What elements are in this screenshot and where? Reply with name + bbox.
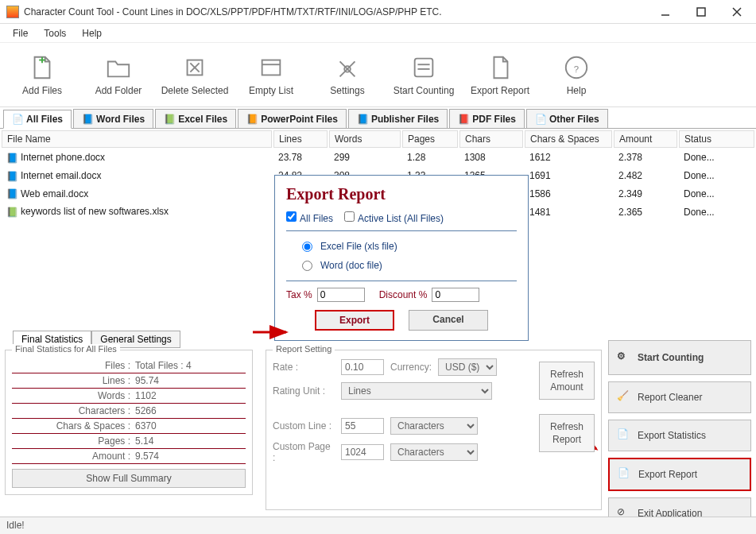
active-list-checkbox[interactable]: Active List (All Files): [344, 211, 444, 224]
svg-rect-1: [697, 8, 705, 16]
svg-rect-9: [262, 60, 281, 75]
add-folder-button[interactable]: Add Folder: [81, 46, 156, 103]
custom-line-unit-select[interactable]: Characters: [390, 417, 478, 435]
col-chars-spaces[interactable]: Chars & Spaces: [525, 130, 612, 148]
discount-input[interactable]: [432, 288, 479, 302]
file-icon: 📘: [6, 171, 17, 182]
document-icon: 📄: [617, 428, 631, 443]
maximize-button[interactable]: [683, 1, 719, 23]
help-button[interactable]: ?Help: [539, 46, 614, 103]
side-report-cleaner-button[interactable]: 🧹Report Cleaner: [608, 381, 751, 413]
side-start-counting-button[interactable]: ⚙Start Counting: [608, 340, 751, 375]
refresh-amount-button[interactable]: Refresh Amount: [539, 362, 595, 400]
currency-select[interactable]: USD ($): [438, 358, 497, 376]
final-statistics-panel: Final Statistics for All Files Files :To…: [5, 350, 253, 495]
add-files-button[interactable]: Add Files: [5, 46, 79, 103]
svg-rect-14: [415, 59, 433, 77]
publisher-icon: 📘: [357, 114, 368, 125]
tab-ppt-files[interactable]: 📙PowerPoint Files: [238, 109, 347, 128]
tab-word-files[interactable]: 📘Word Files: [73, 109, 153, 128]
excel-file-radio[interactable]: Excel File (xls file): [302, 241, 517, 252]
file-icon: 📗: [6, 207, 17, 218]
menu-file[interactable]: File: [6, 26, 34, 41]
stats-legend: Final Statistics for All Files: [12, 344, 120, 354]
menu-help[interactable]: Help: [76, 26, 108, 41]
export-report-dialog: Export Report All Files Active List (All…: [274, 175, 529, 341]
minimize-button[interactable]: [647, 1, 683, 23]
excel-icon: 📗: [164, 114, 175, 125]
custom-line-input[interactable]: [341, 418, 384, 434]
ppt-icon: 📙: [246, 114, 258, 125]
app-icon: [6, 6, 19, 18]
side-export-report-button[interactable]: 📄Export Report: [608, 458, 751, 491]
dialog-title: Export Report: [286, 185, 517, 203]
status-bar: Idle!: [0, 517, 756, 534]
add-file-icon: [28, 53, 56, 82]
svg-text:?: ?: [574, 64, 579, 74]
tab-pdf-files[interactable]: 📕PDF Files: [449, 109, 525, 128]
show-full-summary-button[interactable]: Show Full Summary: [12, 469, 246, 488]
tab-excel-files[interactable]: 📗Excel Files: [155, 109, 236, 128]
window-title: Character Count Tool - Count Lines in DO…: [24, 6, 647, 17]
file-icon: 📘: [6, 153, 17, 164]
menu-tools[interactable]: Tools: [37, 26, 72, 41]
report-legend: Report Setting: [273, 344, 335, 354]
export-button[interactable]: Export: [315, 310, 394, 331]
word-file-radio[interactable]: Word (doc file): [302, 260, 517, 271]
count-icon: [409, 53, 438, 82]
cancel-button[interactable]: Cancel: [409, 310, 488, 331]
col-pages[interactable]: Pages: [402, 130, 458, 148]
tab-publisher-files[interactable]: 📘Publisher Files: [348, 109, 448, 128]
pdf-icon: 📕: [458, 114, 469, 125]
broom-icon: 🧹: [617, 390, 631, 404]
settings-icon: [333, 53, 362, 82]
report-setting-panel: Report Setting Rate : Currency: USD ($) …: [266, 350, 602, 510]
export-icon: [486, 53, 514, 82]
folder-icon: [104, 53, 133, 82]
tax-label: Tax %: [286, 289, 312, 300]
discount-label: Discount %: [379, 289, 428, 300]
tab-other-files[interactable]: 📄Other Files: [526, 109, 608, 128]
close-button[interactable]: [719, 1, 754, 23]
export-report-button[interactable]: Export Report: [463, 46, 537, 103]
refresh-report-button[interactable]: Refresh Report: [539, 414, 595, 452]
col-status[interactable]: Status: [679, 130, 754, 148]
empty-icon: [257, 53, 285, 82]
custom-page-input[interactable]: [341, 444, 384, 460]
tab-all-files[interactable]: 📄All Files: [3, 110, 72, 129]
menubar: File Tools Help: [0, 24, 756, 43]
col-filename[interactable]: File Name: [2, 130, 272, 148]
all-files-checkbox[interactable]: All Files: [286, 211, 333, 224]
word-icon: 📘: [82, 114, 93, 125]
titlebar: Character Count Tool - Count Lines in DO…: [0, 0, 756, 24]
other-icon: 📄: [535, 114, 546, 125]
custom-page-unit-select[interactable]: Characters: [390, 443, 478, 461]
rate-input[interactable]: [341, 359, 384, 375]
gear-icon: ⚙: [617, 350, 631, 365]
file-icon: 📘: [6, 188, 17, 199]
page-icon: 📄: [12, 114, 23, 125]
tax-input[interactable]: [317, 288, 365, 302]
empty-list-button[interactable]: Empty List: [234, 46, 308, 103]
col-lines[interactable]: Lines: [273, 130, 328, 148]
col-words[interactable]: Words: [329, 130, 401, 148]
col-chars[interactable]: Chars: [459, 130, 523, 148]
delete-icon: [180, 53, 209, 82]
toolbar: Add Files Add Folder Delete Selected Emp…: [0, 43, 756, 107]
table-header: File Name Lines Words Pages Chars Chars …: [2, 130, 754, 148]
rating-unit-select[interactable]: Lines: [341, 382, 492, 400]
document-icon: 📄: [618, 467, 632, 482]
file-type-tabs: 📄All Files 📘Word Files 📗Excel Files 📙Pow…: [0, 109, 756, 129]
side-buttons: ⚙Start Counting 🧹Report Cleaner 📄Export …: [608, 340, 751, 510]
delete-selected-button[interactable]: Delete Selected: [157, 46, 232, 103]
start-counting-button[interactable]: Start Counting: [386, 46, 461, 103]
side-export-statistics-button[interactable]: 📄Export Statistics: [608, 420, 751, 451]
settings-button[interactable]: Settings: [310, 46, 385, 103]
table-row[interactable]: 📘Internet phone.docx23.782991.2813081612…: [2, 149, 754, 166]
help-icon: ?: [562, 53, 591, 82]
col-amount[interactable]: Amount: [614, 130, 677, 148]
